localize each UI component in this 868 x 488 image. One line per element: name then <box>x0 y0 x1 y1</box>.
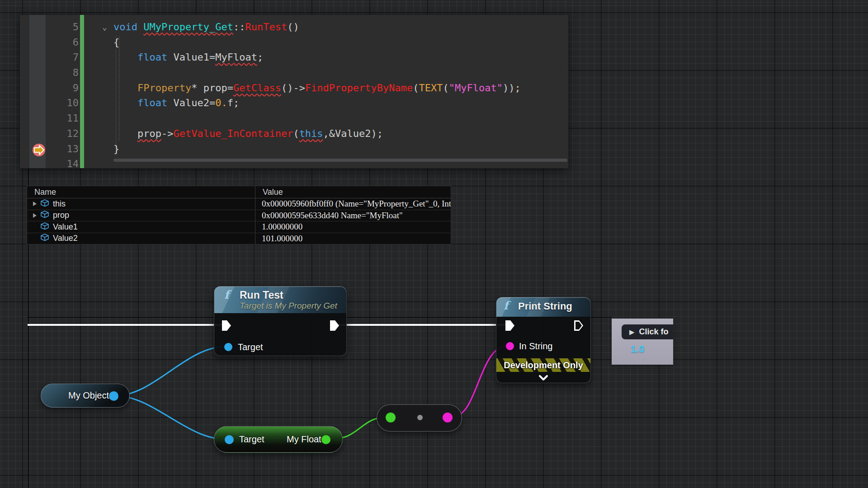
debug-watch-panel: Name Value this0x000005960fbf0ff0 (Name=… <box>27 186 451 244</box>
variable-name: Value2 <box>53 234 78 243</box>
variable-name: prop <box>53 211 69 220</box>
code-line: float Value1=MyFloat; <box>20 50 568 65</box>
watch-row-prop[interactable]: prop0x00000595e633dd40 Name="MyFloat" <box>27 210 451 222</box>
fold-chevron-icon[interactable]: ⌄ <box>102 19 107 35</box>
my-object-output-pin[interactable] <box>109 391 118 401</box>
object-wire-myobject-to-getter <box>115 396 226 439</box>
print-string-title: Print String <box>518 300 572 312</box>
my-float-output-pin[interactable] <box>321 435 330 444</box>
code-line: { <box>20 35 568 50</box>
watch-row-Value2[interactable]: Value2101.000000 <box>27 233 451 245</box>
node-run-test[interactable]: f Run Test Target is My Property Get Tar… <box>214 286 347 356</box>
code-line: prop->GetValue_InContainer(this,&Value2)… <box>20 126 568 141</box>
development-only-label: Development Only <box>504 360 583 371</box>
getter-target-input-pin[interactable] <box>225 435 234 444</box>
watch-rows: this0x000005960fbf0ff0 (Name="MyProperty… <box>27 198 451 244</box>
variable-value: 1.00000000 <box>255 221 451 233</box>
watch-header-row: Name Value <box>27 186 451 198</box>
output-button-label: Click fo <box>639 327 669 337</box>
node-float-to-string-conversion[interactable] <box>377 404 462 432</box>
code-line: } <box>20 141 568 157</box>
my-float-output-label: My Float <box>287 434 321 445</box>
conversion-dot-icon <box>417 415 423 420</box>
horizontal-scrollbar[interactable] <box>113 159 567 162</box>
code-line: float Value2=0.f; <box>20 95 568 111</box>
variable-cube-icon <box>40 233 50 244</box>
viewport-output-panel: ▶ Click fo 1.0 <box>612 319 673 365</box>
function-icon: f <box>224 288 229 301</box>
variable-value: 101.000000 <box>255 233 451 244</box>
exec-input-pin[interactable] <box>505 320 514 331</box>
node-print-string[interactable]: f Print String In String Development Onl… <box>496 297 591 383</box>
function-icon: f <box>504 299 509 312</box>
node-get-my-float[interactable]: Target My Float <box>214 426 343 453</box>
code-text-area[interactable]: ⌄void UMyProperty_Get::RunTest(){ float … <box>20 19 568 169</box>
variable-cube-icon <box>40 199 50 209</box>
conversion-float-input-pin[interactable] <box>386 413 396 422</box>
conversion-string-output-pin[interactable] <box>443 413 453 422</box>
watch-column-name[interactable]: Name <box>27 188 255 197</box>
printed-string-value: 1.0 <box>631 343 645 355</box>
variable-value: 0x000005960fbf0ff0 (Name="MyProperty_Get… <box>255 198 451 210</box>
expand-triangle-icon[interactable] <box>33 213 37 218</box>
target-pin-label: Target <box>238 342 263 352</box>
variable-name: this <box>53 199 66 209</box>
run-test-header: f Run Test Target is My Property Get <box>214 286 346 313</box>
in-string-input-pin[interactable] <box>506 342 514 350</box>
variable-cube-icon <box>40 210 50 221</box>
debug-execution-pointer-icon <box>31 142 47 158</box>
exec-output-pin[interactable] <box>574 320 583 331</box>
run-test-title: Run Test <box>240 289 283 301</box>
watch-row-Value1[interactable]: Value11.00000000 <box>27 221 451 233</box>
target-input-pin[interactable] <box>224 343 232 351</box>
in-string-pin-label: In String <box>519 341 552 352</box>
code-line <box>20 111 568 126</box>
object-wire-myobject-to-runtest <box>115 347 226 396</box>
code-line <box>20 65 568 80</box>
code-editor-window: 567891011121314 ⌄void UMyProperty_Get::R… <box>19 14 569 169</box>
development-only-banner: Development Only <box>496 358 590 372</box>
getter-target-label: Target <box>239 434 264 445</box>
watch-column-value[interactable]: Value <box>255 186 451 198</box>
expand-chevron-icon[interactable] <box>538 375 549 381</box>
code-line: ⌄void UMyProperty_Get::RunTest() <box>20 19 568 35</box>
exec-input-pin[interactable] <box>222 320 231 331</box>
exec-output-pin[interactable] <box>330 320 339 331</box>
blueprint-graph-canvas[interactable]: 567891011121314 ⌄void UMyProperty_Get::R… <box>0 0 868 488</box>
expand-triangle-icon[interactable] <box>33 202 37 206</box>
variable-cube-icon <box>40 222 50 232</box>
click-for-output-button[interactable]: ▶ Click fo <box>622 324 673 339</box>
run-test-subtitle: Target is My Property Get <box>240 301 337 311</box>
variable-name: Value1 <box>53 222 78 232</box>
node-my-object-getter[interactable]: My Object <box>41 384 130 408</box>
variable-value: 0x00000595e633dd40 Name="MyFloat" <box>255 210 451 221</box>
watch-row-this[interactable]: this0x000005960fbf0ff0 (Name="MyProperty… <box>27 198 451 210</box>
my-object-label: My Object <box>68 390 109 401</box>
cursor-arrow-icon: ▶ <box>629 328 635 336</box>
code-line: FProperty* prop=GetClass()->FindProperty… <box>20 80 568 96</box>
print-string-header: f Print String <box>496 297 590 317</box>
